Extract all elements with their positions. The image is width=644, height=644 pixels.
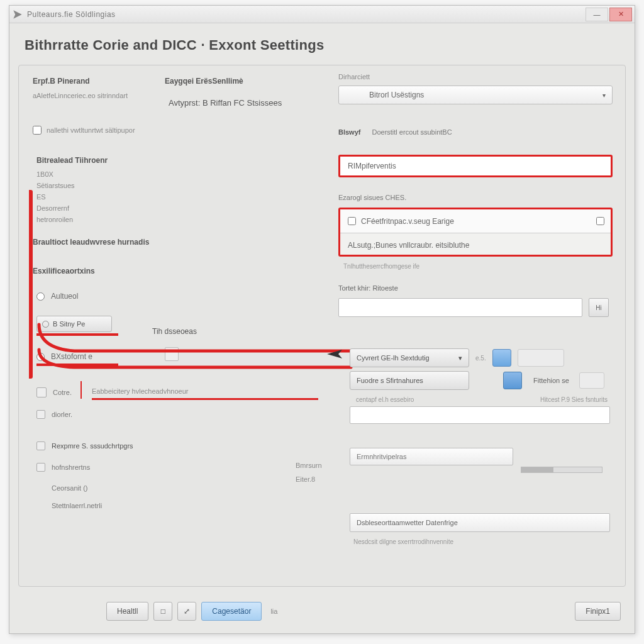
app-icon	[12, 9, 23, 20]
path-input[interactable]	[350, 406, 610, 424]
subtitle-key: Blswyf	[338, 128, 360, 136]
movements-input[interactable]: RIMpiferventis	[338, 155, 613, 177]
control-row: Cotre.	[36, 387, 72, 397]
bitrate-row-3: Desorrernf	[36, 203, 108, 214]
item-icon	[36, 441, 45, 450]
directory-label: Dirharciett	[338, 73, 370, 80]
grey-box-2[interactable]	[579, 372, 604, 389]
format-radio[interactable]	[36, 353, 45, 361]
square-button[interactable]: □	[153, 602, 172, 621]
item-label: Stettnlaerrl.netrli	[36, 502, 102, 509]
blue-action-button-1[interactable]	[492, 349, 511, 367]
movements-value: RIMpiferventis	[348, 162, 396, 170]
auto-radio-label: Aultueol	[51, 292, 78, 301]
issues-row-2-label: ALsutg.;Bunes vnllcraubr. eitsibluthe	[348, 241, 469, 250]
item-icon	[36, 410, 45, 419]
subtitle-val: Doerstitl ercout ssubintBC	[372, 128, 452, 136]
cursor-icon	[326, 348, 345, 360]
target-label: Tortet khir: Ritoeste	[338, 284, 398, 292]
export-label: Eaygqei ErësSenllimè	[165, 77, 243, 86]
close-button[interactable]: ✕	[609, 8, 632, 21]
radio-icon	[42, 321, 49, 328]
support-checkbox[interactable]	[33, 126, 42, 135]
finish-button[interactable]: Finipx1	[575, 602, 621, 621]
item-label: Rexpmre S. sssudchrtpgrs	[52, 442, 133, 450]
support-checkbox-row[interactable]: nallethi vwtltunrtwt sältipupor	[33, 126, 135, 135]
highlight-pipe	[80, 381, 82, 399]
database-note: Nesdcsit dilgne sxerrtrrodihnvennite	[353, 538, 453, 545]
item-label: diorler.	[52, 411, 72, 418]
control-icon[interactable]	[36, 387, 47, 397]
settings-dropdown[interactable]: Bitrorl Usëstigns ▾	[338, 86, 613, 104]
export-sub: Avtyprst: B Riffan FC Stsissees	[169, 98, 282, 108]
issues-box: CFéetfritnpac.v.seug Earige ALsutg.;Bune…	[338, 208, 613, 257]
blue-action-button-2[interactable]	[503, 372, 522, 389]
left-column: Erpf.B Pinerand aAletfeLinnceriec.eo sit…	[33, 77, 322, 579]
templates-dropdown[interactable]: Ermnhritvipelras	[350, 448, 513, 465]
progress-fill	[521, 467, 553, 472]
hi-button[interactable]: Hi	[589, 298, 609, 317]
dialog-footer: Healtll □ ⤢ Cagesetäor lia Finipx1	[18, 598, 626, 625]
issues-right-check[interactable]	[596, 217, 604, 225]
features-lab: Fittehion se	[533, 377, 569, 384]
issues-row-1[interactable]: CFéetfritnpac.v.seug Earige	[340, 209, 611, 233]
chevron-down-icon: ▾	[458, 354, 462, 362]
sub-label-right: Hitcest P.9 Sies fsnturits	[540, 396, 608, 403]
bitrate-row-0: 1B0X	[36, 169, 108, 180]
bitrate-group-title: Bitrealead Tiihroenr	[36, 156, 108, 165]
database-value: Dsbleseorttaamwetter Datenfrige	[357, 519, 458, 526]
item-label: hofnshrertns	[52, 464, 90, 471]
issues-check-1[interactable]	[348, 217, 356, 225]
list-item[interactable]: Rexpmre S. sssudchrtpgrs	[36, 441, 133, 450]
bitrate-group: Bitrealead Tiihroenr 1B0X Sëtiarstsues E…	[36, 156, 108, 225]
list-item[interactable]: hofnshrertns	[36, 463, 90, 472]
specifications-label: Esxilificeaortxins	[33, 267, 95, 275]
control-label: Cotre.	[53, 389, 72, 396]
features-dropdown[interactable]: Fuodre s Sfirtnahures	[350, 371, 469, 390]
issues-row-1-label: CFéetfritnpac.v.seug Earige	[361, 217, 454, 226]
convert-row: Cyvrert GE-lh Sextdutig ▾ e.5.	[350, 348, 564, 367]
bitrate-row-1: Sëtiarstsues	[36, 180, 108, 191]
target-input[interactable]	[338, 298, 582, 317]
highlight-underline-1	[36, 333, 118, 336]
list-item[interactable]: diorler.	[36, 410, 72, 419]
param-label-1: Bmrsurn	[296, 462, 322, 469]
page-title: Bithrratte Corie and DICC · Exxont Seett…	[25, 37, 619, 53]
features-row: Fuodre s Sfirtnahures Fittehion se	[350, 371, 604, 390]
item-icon	[36, 463, 45, 472]
database-dropdown[interactable]: Dsbleseorttaamwetter Datenfrige	[350, 513, 610, 532]
settings-window: Pulteaurs.fie Söldlingias — ✕ Bithrratte…	[9, 5, 635, 634]
expand-button[interactable]: ⤢	[177, 602, 196, 621]
grey-box-1[interactable]	[518, 349, 564, 367]
issues-row-2: ALsutg.;Bunes vnllcraubr. eitsibluthe	[340, 233, 611, 257]
issues-note: Tnlhuttheserrcfhomgese ife	[343, 263, 419, 270]
features-value: Fuodre s Sfirtnahures	[357, 377, 423, 384]
titlebar: Pulteaurs.fie Söldlingias — ✕	[9, 6, 635, 23]
auto-radio-row[interactable]: Aultueol	[36, 292, 78, 301]
threshold-label: Tih dsseoeas	[152, 327, 197, 336]
sub-label-left: centapf el.h essebiro	[356, 396, 414, 403]
window-title: Pulteaurs.fie Söldlingias	[27, 10, 584, 19]
bitrate-row-4: hetronroilen	[36, 214, 108, 225]
highlight-underline-2	[36, 364, 118, 366]
convert-dropdown[interactable]: Cyvrert GE-lh Sextdutig ▾	[350, 348, 469, 367]
param-label-2: Eiter.8	[296, 475, 315, 483]
minimize-button[interactable]: —	[586, 8, 608, 21]
progress-bar	[521, 467, 602, 473]
chevron-down-icon: ▾	[602, 92, 606, 99]
create-button[interactable]: Cagesetäor	[201, 602, 262, 621]
dialog-header: Bithrratte Corie and DICC · Exxont Seett…	[9, 23, 635, 61]
help-button[interactable]: Healtll	[106, 602, 148, 621]
auto-radio[interactable]	[36, 292, 45, 301]
format-radio-row[interactable]: BXstofornt e	[36, 352, 92, 361]
small-square-button[interactable]	[165, 347, 179, 361]
highlight-bar	[29, 190, 33, 379]
convert-value: Cyvrert GE-lh Sextdutig	[357, 354, 430, 362]
templates-value: Ermnhritvipelras	[357, 453, 406, 460]
type-button[interactable]: B Sitny Pe	[36, 316, 112, 332]
subtitle-row: Blswyf Doerstitl ercout ssubintBC	[338, 128, 452, 136]
list-item[interactable]: Ceorsanit ()	[36, 484, 87, 492]
item-label: Ceorsanit ()	[36, 484, 87, 492]
preset-label: Erpf.B Pinerand	[33, 77, 90, 86]
list-item[interactable]: Stettnlaerrl.netrli	[36, 502, 102, 509]
